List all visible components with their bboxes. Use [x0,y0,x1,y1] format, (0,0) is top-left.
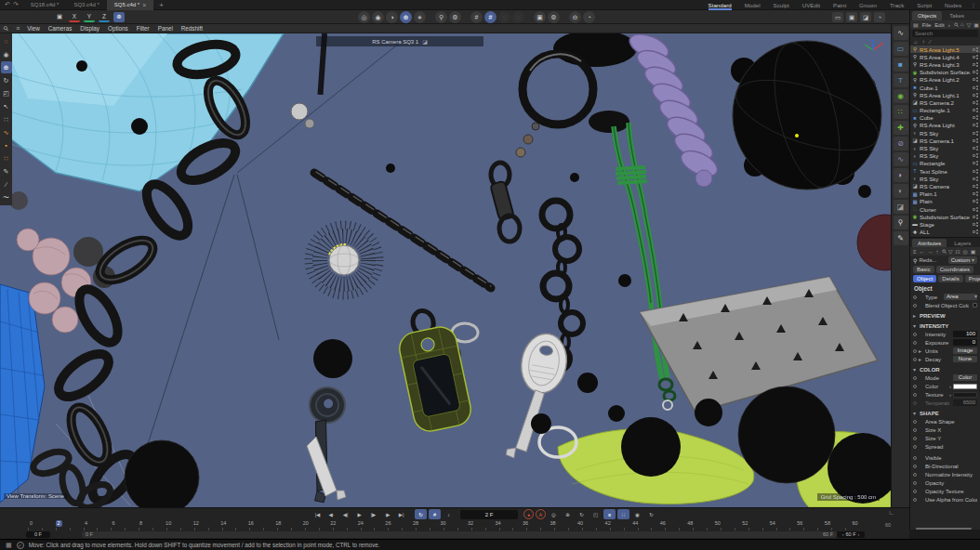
range-start-field[interactable]: 0 F [26,531,50,538]
attribute-row[interactable]: ▾ COLOR [910,365,980,373]
keyframe-button[interactable]: A [536,509,546,519]
tool-button[interactable]: ◌ [1,35,12,47]
frame-tick[interactable]: 16 [247,520,254,527]
attr-filter-button[interactable]: Basic [913,266,934,273]
attr-toolbar-icon[interactable]: ↑ [936,249,939,255]
object-row[interactable]: ◉ Subdivision Surface.1 [910,69,980,76]
timeline-options-icon[interactable]: ∟ [881,509,902,516]
keyframe-dot[interactable] [913,456,917,460]
object-name[interactable]: RS Camera.1 [920,138,971,144]
create-object-button[interactable]: ∷ [894,105,908,119]
create-object-button[interactable]: ⊘ [894,137,908,151]
toolbar-button[interactable]: ⚙ [449,11,461,23]
object-row[interactable]: ⚲ RS Area Light.1 [910,91,980,98]
keyframe-button[interactable]: ◎ [548,509,560,519]
viewport-menu-item[interactable]: View [27,25,40,32]
frame-tick[interactable]: 60 [852,520,858,527]
keyframe-dot[interactable] [913,333,917,336]
toolbar-button[interactable]: ◎ [358,11,370,23]
frame-tick[interactable]: 18 [275,520,282,527]
object-name[interactable]: Cloner [920,206,971,213]
frame-tick[interactable]: 54 [769,520,775,527]
decrement-icon[interactable]: ‹ [842,531,844,538]
viewport-menu-item[interactable]: Redshift [181,25,203,32]
frame-tick[interactable]: 6 [111,520,117,527]
toolbar-button[interactable] [562,11,567,23]
increment-icon[interactable]: › [858,531,860,538]
toolbar-button[interactable]: ⊕ [400,11,412,23]
object-name[interactable]: RS Area Light.3 [920,61,971,68]
visibility-toggles[interactable] [973,222,978,227]
frame-tick[interactable]: 40 [577,520,584,527]
attribute-value[interactable]: Image [953,347,977,354]
om-menu-icon[interactable]: ⌂ [960,21,964,28]
object-name[interactable]: RS Sky [920,152,971,159]
create-object-button[interactable]: ∿ [894,26,908,40]
playback-button[interactable]: ◀| [339,509,351,519]
document-tab[interactable]: SQ18.c4d * × [23,0,67,10]
attr-filter-button[interactable]: Object [913,275,936,282]
attribute-row[interactable]: Texture › [910,390,980,399]
attribute-value[interactable]: 100 [953,331,977,337]
expand-caret-icon[interactable]: ▸ [919,347,923,354]
object-row[interactable]: ◪ RS Camera [910,182,980,190]
visibility-toggles[interactable] [973,77,978,82]
keyframe-dot[interactable] [913,420,917,424]
keyframe-dot[interactable] [913,349,917,353]
range-slider[interactable]: 0 F 60 F [82,531,837,538]
frame-tick[interactable]: 50 [714,520,721,527]
create-object-button[interactable]: ✎ [894,231,908,245]
toolbar-button[interactable]: # [470,11,483,23]
attribute-value[interactable]: Color [953,374,977,381]
create-object-button[interactable]: ◉ [894,89,908,103]
attribute-row[interactable]: ▸ PREVIEW [910,311,980,320]
attribute-value[interactable] [953,392,977,398]
toolbar-button[interactable]: ▣ [534,11,546,23]
viewport-menu-item[interactable]: Filter [137,25,150,32]
history-icon[interactable]: ↷ [13,0,19,9]
object-row[interactable]: ⚲ RS Area Light.4 [910,53,980,60]
current-frame-field[interactable]: 2 F [460,510,518,519]
playback-button[interactable]: |◀ [311,509,324,519]
object-name[interactable]: ALL [920,229,971,235]
hamburger-icon[interactable]: ≡ [16,25,20,32]
attr-filter-button[interactable]: Coordinates [936,266,973,273]
viewport-menu-item[interactable]: Cameras [48,25,73,32]
frame-tick[interactable]: 14 [220,520,227,527]
object-row[interactable]: ▬ Stage [910,220,980,228]
om-menu-icon[interactable]: ⚲ [952,20,960,28]
close-tab-icon[interactable]: × [142,2,146,8]
camera-icon[interactable]: ◪ [422,38,428,45]
toolbar-button[interactable] [526,11,532,23]
playback-button[interactable]: ·▶ [381,509,393,519]
expand-caret-icon[interactable]: ▾ [913,410,918,416]
object-row[interactable]: ▦ Plain [910,198,980,205]
search-icon[interactable]: ⚲ [2,24,10,33]
toolbar-button[interactable]: # [484,11,497,23]
layout-tab[interactable]: Standard [709,0,732,10]
frame-tick[interactable]: 38 [550,520,556,527]
object-name[interactable]: Subdivision Surface [920,214,971,220]
playback-toggle[interactable]: ↻ [415,509,427,519]
mode-dropdown[interactable]: Custom ▾ [948,256,977,264]
layout-tab[interactable]: Sculpt [774,0,789,10]
visibility-toggles[interactable] [973,169,978,174]
axis-tool-button[interactable]: Y [84,12,95,22]
layout-tab[interactable]: Track [890,0,904,10]
window-tool-button[interactable]: ◔ [874,12,885,22]
om-nav-icon[interactable]: ⌂ [914,39,918,45]
create-object-button[interactable]: ✚ [894,121,908,135]
object-row[interactable]: ■ Cube.1 [910,84,980,91]
attributes-scrollbar[interactable] [910,527,980,530]
keyframe-dot[interactable] [913,445,917,449]
object-row[interactable]: ◉ Subdivision Surface [910,213,980,220]
visibility-toggles[interactable] [973,108,978,112]
attr-toolbar-icon[interactable]: ⚲ [940,247,947,255]
keyframe-dot[interactable] [913,376,917,380]
attr-filter-button[interactable]: Details [938,275,962,282]
attribute-value[interactable] [973,303,977,308]
object-row[interactable]: ⚲ RS Area Light.2 [910,76,980,84]
create-object-button[interactable]: ▭ [894,42,908,56]
attribute-row[interactable]: Size X [910,426,980,434]
create-object-button[interactable]: ■ [894,58,908,72]
